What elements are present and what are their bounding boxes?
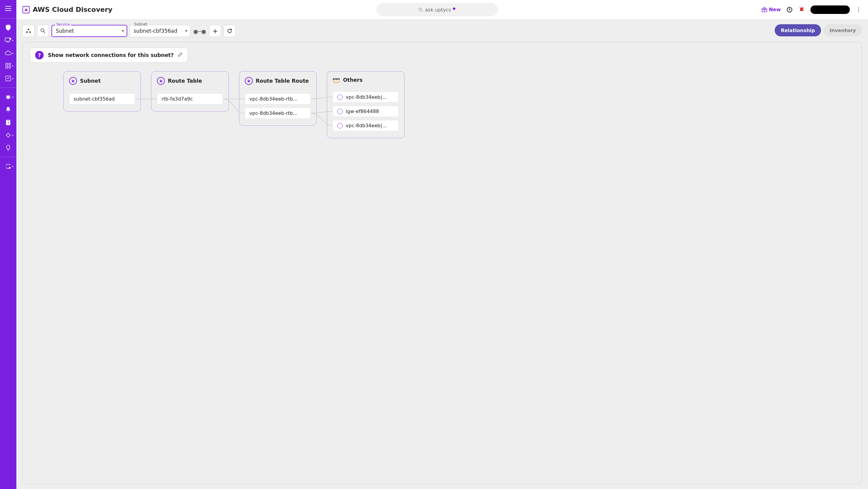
node-label: rtb-fa3d7a9c	[161, 96, 193, 102]
column-title: Others	[343, 77, 363, 83]
graph-column: ◉Subnetsubnet-cbf356ad	[63, 71, 141, 112]
column-title: Route Table Route	[256, 78, 309, 84]
service-label: Service	[55, 23, 71, 27]
sidebar-item-bug[interactable]: ▸	[2, 92, 14, 102]
sidebar-item-endpoint[interactable]: ▸	[2, 35, 14, 46]
graph-view-button[interactable]	[23, 25, 35, 37]
tab-relationship[interactable]: Relationship	[775, 24, 821, 36]
graph-node[interactable]: ◦vpc-8db34eeb|...	[333, 92, 399, 103]
graph-canvas: ? Show network connections for this subn…	[23, 42, 862, 484]
graph-column: ◉Route Table Routevpc-8db34eeb-rtb...vpc…	[239, 71, 317, 126]
service-value: Subnet	[56, 28, 74, 34]
graph-node[interactable]: subnet-cbf356ad	[69, 93, 135, 104]
node-label: subnet-cbf356ad	[73, 96, 115, 102]
search-icon	[418, 7, 423, 12]
sidebar-item-sync-settings[interactable]: ▸	[2, 161, 14, 172]
node-type-icon: ◦	[337, 109, 343, 114]
svg-point-19	[28, 29, 29, 30]
graph-node[interactable]: ◦vpc-8db34eeb|...	[333, 120, 399, 131]
kebab-menu-icon[interactable]	[855, 6, 862, 13]
link-icon: ●─●	[193, 28, 207, 37]
svg-point-20	[26, 31, 28, 33]
page-title: AWS Cloud Discovery	[33, 6, 113, 13]
notifications-icon[interactable]	[798, 6, 805, 13]
svg-point-21	[29, 31, 31, 33]
node-type-icon: ◦	[337, 123, 343, 128]
help-icon[interactable]: ?	[786, 6, 793, 13]
edit-icon[interactable]	[178, 52, 183, 58]
svg-point-22	[41, 29, 44, 32]
graph-column: awsOthers◦vpc-8db34eeb|...◦igw-ef864488◦…	[327, 71, 404, 138]
header: AWS Cloud Discovery ask uptycs ◆ New ?	[17, 0, 868, 20]
svg-text:?: ?	[788, 8, 790, 12]
svg-point-11	[9, 167, 10, 169]
subnet-label: Subnet	[133, 22, 149, 26]
node-type-icon: ◦	[337, 94, 343, 100]
brand: AWS Cloud Discovery	[23, 6, 113, 13]
user-avatar[interactable]	[810, 5, 850, 14]
new-button[interactable]: New	[762, 7, 781, 12]
search-placeholder: ask uptycs ◆	[425, 6, 456, 13]
graph-node[interactable]: vpc-8db34eeb-rtb...	[245, 93, 311, 104]
node-label: vpc-8db34eeb-rtb...	[249, 110, 298, 116]
resource-type-icon: ◉	[157, 77, 165, 85]
hamburger-menu-icon[interactable]	[2, 2, 14, 14]
svg-point-12	[419, 8, 422, 10]
node-label: igw-ef864488	[346, 109, 379, 114]
subnet-value: subnet-cbf356ad	[134, 28, 177, 34]
svg-point-1	[9, 38, 11, 40]
node-label: vpc-8db34eeb-rtb...	[249, 96, 298, 102]
aws-icon: aws	[333, 77, 340, 83]
refresh-button[interactable]	[224, 25, 236, 37]
svg-point-10	[7, 133, 10, 136]
question-icon: ?	[35, 51, 43, 59]
add-button[interactable]: +	[209, 25, 221, 37]
svg-rect-3	[9, 63, 10, 65]
content: Service Subnet ▼ Subnet subnet-cbf356ad …	[17, 20, 868, 489]
gift-icon	[762, 7, 767, 12]
graph-row: ◉Subnetsubnet-cbf356ad◉Route Tablertb-fa…	[30, 71, 855, 138]
sidebar-item-bulb[interactable]	[2, 143, 14, 153]
sidebar-item-bell[interactable]	[2, 104, 14, 115]
chevron-down-icon: ▼	[185, 29, 188, 33]
zoom-button[interactable]	[37, 25, 49, 37]
sidebar-item-cloud[interactable]: ▸	[2, 48, 14, 59]
brand-icon	[23, 6, 30, 13]
svg-point-17	[858, 9, 859, 10]
sidebar-item-shield[interactable]	[2, 22, 14, 33]
sidebar-item-clipboard[interactable]	[2, 117, 14, 128]
toolbar: Service Subnet ▼ Subnet subnet-cbf356ad …	[23, 24, 862, 37]
svg-rect-8	[7, 119, 9, 121]
node-label: vpc-8db34eeb|...	[346, 123, 387, 128]
sidebar-item-apps[interactable]: ▸	[2, 60, 14, 71]
svg-point-18	[858, 11, 859, 12]
tab-inventory[interactable]: Inventory	[824, 24, 862, 36]
svg-rect-2	[6, 63, 7, 65]
sidebar-item-target[interactable]: ▸	[2, 130, 14, 141]
column-title: Subnet	[80, 78, 101, 84]
graph-node[interactable]: ◦igw-ef864488	[333, 106, 399, 117]
sidebar-item-scan[interactable]: ▸	[2, 73, 14, 84]
resource-type-icon: ◉	[245, 77, 253, 85]
subnet-select[interactable]: Subnet subnet-cbf356ad ▼	[130, 25, 190, 37]
chevron-down-icon: ▼	[122, 29, 124, 33]
svg-rect-0	[5, 38, 10, 41]
node-label: vpc-8db34eeb|...	[346, 94, 387, 100]
view-toggle: Relationship Inventory	[775, 24, 862, 36]
global-search[interactable]: ask uptycs ◆	[377, 3, 498, 17]
graph-node[interactable]: rtb-fa3d7a9c	[157, 93, 223, 104]
svg-rect-9	[8, 122, 8, 124]
svg-rect-4	[6, 66, 7, 68]
svg-point-16	[858, 7, 859, 8]
graph-column: ◉Route Tablertb-fa3d7a9c	[151, 71, 229, 112]
resource-type-icon: ◉	[69, 77, 77, 85]
graph-node[interactable]: vpc-8db34eeb-rtb...	[245, 108, 311, 119]
column-title: Route Table	[168, 78, 202, 84]
service-select[interactable]: Service Subnet ▼	[52, 25, 127, 37]
prompt-card: ? Show network connections for this subn…	[30, 48, 188, 63]
sidebar: ▸ ▸ ▸ ▸ ▸ ▸	[0, 0, 17, 489]
prompt-text: Show network connections for this subnet…	[48, 52, 174, 58]
